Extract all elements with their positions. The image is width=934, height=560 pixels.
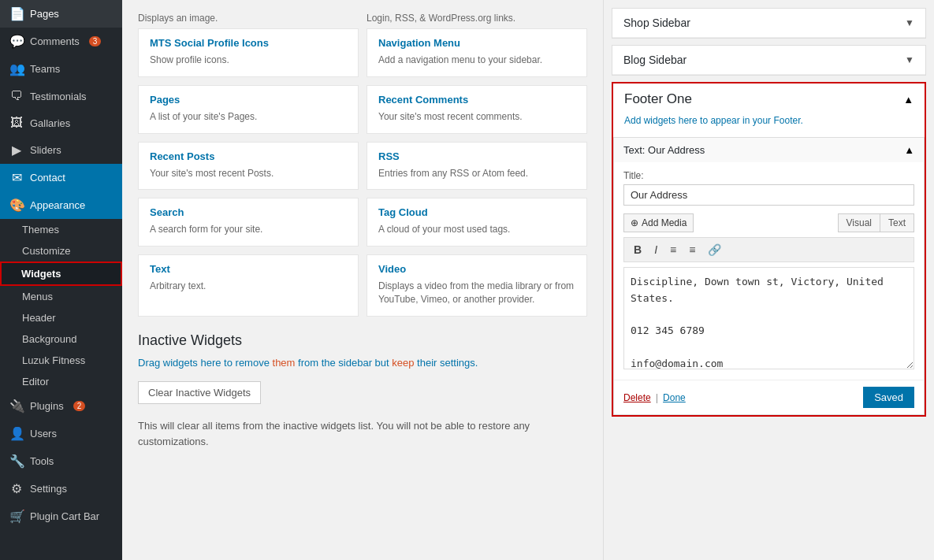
widget-grid: MTS Social Profile IconsShow profile ico… (138, 28, 587, 317)
widget-desc-nav-menu: Add a navigation menu to your sidebar. (378, 54, 575, 67)
ordered-list-button[interactable]: ≡ (684, 241, 700, 258)
widget-card-recent-comments[interactable]: Recent CommentsYour site's most recent c… (367, 85, 587, 134)
delete-link[interactable]: Delete (623, 392, 651, 403)
sidebar-item-teams[interactable]: 👥Teams (0, 55, 122, 83)
widget-card-recent-posts[interactable]: Recent PostsYour site's most recent Post… (138, 142, 359, 191)
appearance-icon: 🎨 (9, 198, 24, 213)
teams-icon: 👥 (9, 61, 24, 76)
widget-desc-text: Arbitrary text. (150, 280, 347, 293)
sidebar-item-testimonials[interactable]: 🗨Testimonials (0, 83, 122, 109)
shop-sidebar-title: Shop Sidebar (623, 17, 690, 29)
testimonials-label: Testimonials (30, 91, 87, 102)
link-button[interactable]: 🔗 (703, 241, 726, 258)
inactive-desc: Drag widgets here to remove them from th… (138, 355, 587, 371)
sidebar-item-users[interactable]: 👤Users (0, 420, 122, 447)
teams-label: Teams (30, 63, 60, 75)
sidebar-sub-item-widgets[interactable]: Widgets (0, 261, 122, 286)
widget-desc-recent-posts: Your site's most recent Posts. (150, 167, 347, 180)
widget-card-search[interactable]: SearchA search form for your site. (138, 198, 359, 247)
blog-sidebar-title: Blog Sidebar (623, 54, 687, 66)
separator: | (656, 391, 658, 403)
widget-title-search: Search (150, 206, 347, 218)
text-button[interactable]: Text (880, 213, 914, 232)
widget-card-text[interactable]: TextArbitrary text. (138, 254, 359, 317)
footer-one-arrow: ▲ (903, 94, 914, 106)
sidebar-item-tools[interactable]: 🔧Tools (0, 447, 122, 475)
clear-inactive-button[interactable]: Clear Inactive Widgets (138, 381, 261, 404)
widget-card-pages[interactable]: PagesA list of your site's Pages. (138, 85, 359, 134)
footer-one-hint: Add widgets here to appear in your Foote… (613, 115, 925, 134)
testimonials-icon: 🗨 (9, 89, 24, 103)
plugins-badge: 2 (73, 401, 86, 411)
comments-icon: 💬 (9, 34, 24, 49)
text-widget-header[interactable]: Text: Our Address ▲ (614, 138, 924, 162)
add-media-button[interactable]: ⊕ Add Media (623, 213, 694, 232)
bold-button[interactable]: B (629, 241, 646, 258)
widget-desc-tag-cloud: A cloud of your most used tags. (378, 223, 575, 236)
widget-card-tag-cloud[interactable]: Tag CloudA cloud of your most used tags. (367, 198, 587, 247)
unordered-list-button[interactable]: ≡ (665, 241, 681, 258)
footer-one-title: Footer One (624, 91, 692, 107)
sidebar-item-sliders[interactable]: ▶Sliders (0, 136, 122, 164)
widget-desc-pages: A list of your site's Pages. (150, 110, 347, 124)
sidebar-item-appearance[interactable]: 🎨 Appearance (0, 191, 122, 219)
main-content: Displays an image. Login, RSS, & WordPre… (122, 0, 603, 560)
title-row: Title: (623, 170, 914, 206)
keep-highlight: keep (392, 357, 414, 369)
title-label: Title: (623, 170, 914, 181)
widget-desc-recent-comments: Your site's most recent comments. (378, 110, 575, 124)
text-widget-arrow: ▲ (904, 144, 914, 156)
widget-title-pages: Pages (150, 94, 347, 106)
saved-button[interactable]: Saved (863, 387, 914, 408)
italic-button[interactable]: I (649, 241, 662, 258)
sidebar-sub-item-luzuk-fitness[interactable]: Luzuk Fitness (0, 350, 122, 371)
sliders-icon: ▶ (9, 143, 24, 158)
sidebar-item-comments[interactable]: 💬Comments3 (0, 28, 122, 55)
widget-card-rss[interactable]: RSSEntries from any RSS or Atom feed. (367, 142, 587, 191)
title-input[interactable] (623, 184, 914, 206)
inactive-section: Inactive Widgets Drag widgets here to re… (138, 332, 587, 450)
view-toggle: Visual Text (838, 213, 914, 232)
widget-title-text: Text (150, 263, 347, 275)
settings-icon: ⚙ (9, 481, 24, 496)
sidebar-sub-item-themes[interactable]: Themes (0, 219, 122, 240)
sidebar-item-pages[interactable]: 📄Pages (0, 0, 122, 28)
tools-label: Tools (30, 455, 54, 467)
widget-desc-video: Displays a video from the media library … (378, 280, 575, 306)
toolbar-row: ⊕ Add Media Visual Text (623, 213, 914, 232)
plugin-cart-bar-icon: 🛒 (9, 509, 24, 524)
footer-one-header[interactable]: Footer One ▲ (613, 83, 925, 115)
widget-card-mts-social[interactable]: MTS Social Profile IconsShow profile ico… (138, 28, 359, 77)
sidebar-sub-item-editor[interactable]: Editor (0, 371, 122, 392)
blog-sidebar-header[interactable]: Blog Sidebar ▼ (612, 46, 925, 75)
widget-actions: Delete | Done Saved (614, 380, 924, 414)
sidebar-sub-item-menus[interactable]: Menus (0, 286, 122, 307)
done-link[interactable]: Done (663, 392, 686, 403)
sidebar-sub-item-background[interactable]: Background (0, 328, 122, 350)
footer-one-box: Footer One ▲ Add widgets here to appear … (612, 82, 926, 417)
above-desc-left: Displays an image. (138, 13, 359, 24)
sidebar-sub-item-customize[interactable]: Customize (0, 240, 122, 261)
widget-card-video[interactable]: VideoDisplays a video from the media lib… (367, 254, 587, 317)
widget-desc-mts-social: Show profile icons. (150, 54, 347, 67)
blog-sidebar-box: Blog Sidebar ▼ (612, 45, 926, 76)
settings-label: Settings (30, 483, 67, 495)
sidebar-item-plugin-cart-bar[interactable]: 🛒Plugin Cart Bar (0, 503, 122, 530)
sliders-label: Sliders (30, 144, 61, 156)
sidebar: 📄Pages💬Comments3👥Teams🗨Testimonials🖼Gall… (0, 0, 122, 560)
users-icon: 👤 (9, 426, 24, 441)
sidebar-item-contact[interactable]: ✉Contact (0, 164, 122, 191)
sidebar-item-galleries[interactable]: 🖼Gallaries (0, 109, 122, 136)
widget-title-nav-menu: Navigation Menu (378, 37, 575, 49)
widget-title-video: Video (378, 263, 575, 275)
widget-card-nav-menu[interactable]: Navigation MenuAdd a navigation menu to … (367, 28, 587, 77)
shop-sidebar-header[interactable]: Shop Sidebar ▼ (612, 9, 925, 38)
sidebar-item-plugins[interactable]: 🔌Plugins2 (0, 392, 122, 420)
appearance-label: Appearance (30, 199, 85, 211)
text-widget-panel: Text: Our Address ▲ Title: ⊕ Add Media V… (613, 137, 925, 415)
sidebar-item-settings[interactable]: ⚙Settings (0, 475, 122, 503)
sidebar-sub-item-header[interactable]: Header (0, 307, 122, 328)
visual-button[interactable]: Visual (838, 213, 880, 232)
them-highlight: them (273, 357, 296, 369)
content-textarea[interactable]: Discipline, Down town st, Victory, Unite… (623, 267, 914, 369)
